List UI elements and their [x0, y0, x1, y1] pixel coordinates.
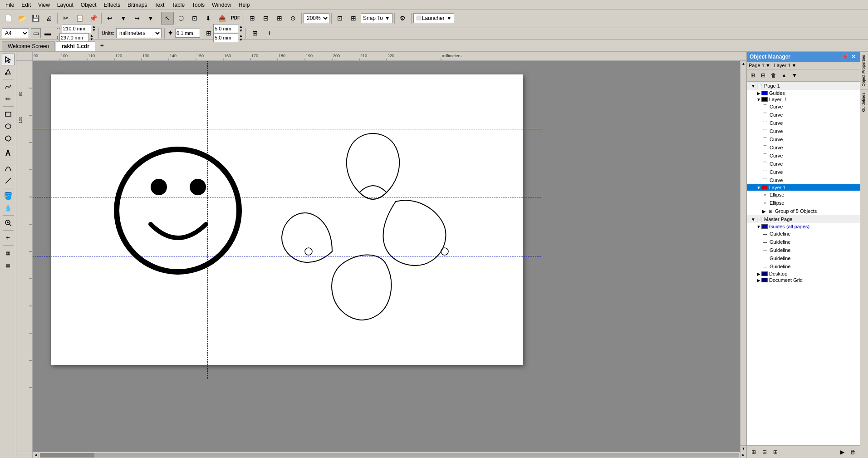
zoom-select[interactable]: 50% 75% 100% 150% 200% 300% 400% [304, 13, 329, 23]
tree-guideline2[interactable]: — Guideline [747, 238, 860, 246]
units-select[interactable]: millimeters inches pixels [116, 28, 162, 38]
tree-curve1[interactable]: ⌒ Curve [747, 103, 860, 111]
menu-object[interactable]: Object [77, 1, 100, 9]
menu-effects[interactable]: Effects [100, 1, 124, 9]
tree-curve3[interactable]: ⌒ Curve [747, 119, 860, 127]
tree-curve4[interactable]: ⌒ Curve [747, 127, 860, 135]
menu-edit[interactable]: Edit [18, 1, 34, 9]
copy-button[interactable]: 📋 [73, 12, 86, 25]
dup-x-up[interactable]: ▲ [239, 25, 243, 29]
snap-to-dropdown[interactable]: Snap To ▼ [361, 13, 392, 23]
om-pin-button[interactable]: 📌 [841, 53, 848, 60]
om-close-button[interactable]: ✕ [850, 53, 857, 60]
view-options[interactable]: ⊙ [287, 12, 299, 25]
group1-toggle[interactable]: ▶ [761, 208, 767, 214]
om-new-layer[interactable]: ⊞ [748, 70, 758, 80]
tool-add[interactable]: + [2, 232, 15, 244]
tree-curve5[interactable]: ⌒ Curve [747, 135, 860, 143]
tool-fill[interactable]: 🪣 [2, 190, 15, 202]
tree-guideline5[interactable]: — Guideline [747, 262, 860, 271]
snap-options[interactable]: ⊡ [333, 12, 346, 25]
tree-guideline1[interactable]: — Guideline [747, 230, 860, 238]
tree-guides[interactable]: ▶ Guides [747, 90, 860, 96]
dup-y-down[interactable]: ▼ [239, 38, 243, 42]
menu-view[interactable]: View [34, 1, 54, 9]
vscroll-up[interactable]: ▲ [740, 61, 747, 67]
tree-guides-all[interactable]: ▼ Guides (all pages) [747, 223, 860, 230]
vscroll-bar[interactable]: ▲ ▼ [740, 61, 746, 452]
menu-window[interactable]: Window [208, 1, 235, 9]
vscroll-down[interactable]: ▼ [740, 445, 747, 452]
menu-table[interactable]: Table [168, 1, 188, 9]
om-move-up[interactable]: ▲ [779, 70, 789, 80]
menu-bitmaps[interactable]: Bitmaps [124, 1, 151, 9]
tab-file[interactable]: rakhi 1.cdr [56, 41, 95, 51]
print-button[interactable]: 🖨 [43, 12, 55, 25]
menu-help[interactable]: Help [235, 1, 254, 9]
tool-pattern[interactable]: ▦ [2, 247, 15, 259]
om-page-dropdown[interactable]: Page 1 ▼ [749, 63, 770, 68]
tree-curve10[interactable]: ⌒ Curve [747, 176, 860, 184]
paste-button[interactable]: 📌 [87, 12, 99, 25]
tree-page1[interactable]: ▼ 📄 Page 1 [747, 82, 860, 90]
tree-docgrid[interactable]: ▶ Document Grid [747, 277, 860, 283]
undo-dropdown[interactable]: ▼ [117, 12, 130, 25]
menu-layout[interactable]: Layout [54, 1, 77, 9]
page-height-input[interactable] [59, 33, 89, 42]
tool-connector[interactable] [2, 175, 15, 187]
import-button[interactable]: ⬇ [202, 12, 215, 25]
vtab-object-properties[interactable]: Object Properties [860, 52, 868, 89]
view-grid[interactable]: ⊞ [273, 12, 286, 25]
save-button[interactable]: 💾 [29, 12, 42, 25]
tree-desktop[interactable]: ▶ Desktop [747, 271, 860, 277]
tree-layer1[interactable]: ▼ Layer_1 [747, 96, 860, 103]
pdf-button[interactable]: PDF [229, 12, 242, 25]
view-page[interactable]: ⊟ [260, 12, 272, 25]
options-button[interactable]: ⚙ [397, 12, 409, 25]
tree-group1[interactable]: ▶ ⊞ Group of 5 Objects [747, 207, 860, 215]
tree-curve9[interactable]: ⌒ Curve [747, 168, 860, 176]
vtab-guidelines[interactable]: Guidelines [860, 89, 868, 115]
dup-y-up[interactable]: ▲ [239, 34, 243, 38]
tool-rectangle[interactable] [2, 108, 15, 120]
layer1-node-toggle[interactable]: ▼ [756, 185, 761, 190]
dup-dist-x-input[interactable] [213, 24, 238, 33]
om-move-down[interactable]: ▼ [790, 70, 799, 80]
page-size-select[interactable]: A4 A3 Letter [2, 28, 29, 38]
fit-tool[interactable]: ⊡ [188, 12, 201, 25]
menu-file[interactable]: File [2, 1, 18, 9]
snap-grid[interactable]: ⊞ [347, 12, 360, 25]
dup-dist-y-input[interactable] [213, 33, 238, 42]
view-fit[interactable]: ⊞ [246, 12, 259, 25]
transform-tool[interactable]: ⬡ [175, 12, 187, 25]
menu-text[interactable]: Text [151, 1, 168, 9]
undo-button[interactable]: ↩ [103, 12, 116, 25]
tool-polygon[interactable] [2, 133, 15, 144]
page-settings-button[interactable]: ⊞ [249, 27, 261, 39]
tool-zoom[interactable] [2, 217, 15, 229]
layer1-toggle[interactable]: ▼ [756, 97, 761, 102]
export-button[interactable]: 📤 [216, 12, 228, 25]
tree-guideline4[interactable]: — Guideline [747, 254, 860, 262]
add-page-button[interactable]: + [263, 27, 276, 39]
master-page-toggle[interactable]: ▼ [750, 217, 756, 222]
tree-curve7[interactable]: ⌒ Curve [747, 152, 860, 160]
tree-layer1-node[interactable]: ▼ Layer 1 [747, 184, 860, 191]
nudge-input[interactable] [175, 29, 200, 38]
om-bottom-btn2[interactable]: ⊟ [760, 447, 770, 457]
tree-curve2[interactable]: ⌒ Curve [747, 111, 860, 119]
tool-pen[interactable]: ✏ [2, 93, 15, 105]
tree-master-page[interactable]: ▼ 📄 Master Page [747, 215, 860, 223]
hscroll-left[interactable]: ◄ [33, 452, 39, 458]
om-new-masterlayer[interactable]: ⊟ [758, 70, 768, 80]
select-tool[interactable]: ↖ [161, 12, 174, 25]
width-down[interactable]: ▼ [92, 29, 96, 32]
page1-toggle[interactable]: ▼ [750, 83, 756, 89]
tool-bezier[interactable] [2, 163, 15, 174]
hscroll-right[interactable]: ► [740, 452, 746, 458]
om-bottom-btn1[interactable]: ⊞ [749, 447, 759, 457]
tool-eyedropper[interactable]: 💧 [2, 202, 15, 214]
om-bottom-btn3[interactable]: ⊞ [770, 447, 780, 457]
tool-shape[interactable] [2, 66, 15, 78]
tree-curve8[interactable]: ⌒ Curve [747, 160, 860, 168]
